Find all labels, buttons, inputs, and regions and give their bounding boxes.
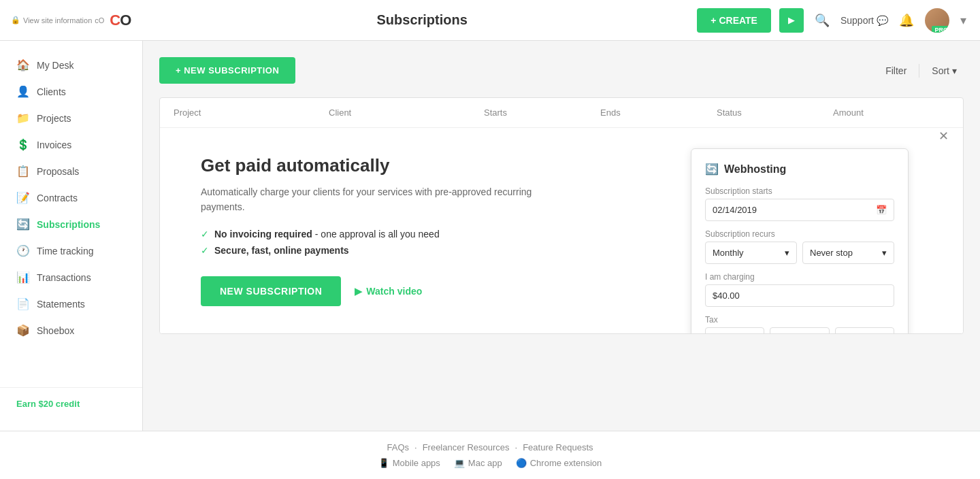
tax-field: Tax Sales tax 10.00% $4.00 bbox=[705, 315, 894, 334]
chevron-down-icon: ▾ bbox=[785, 248, 789, 258]
page-title: Subscriptions bbox=[147, 12, 697, 28]
topnav-right: + CREATE ▶ 🔍 Support 💬 🔔 PRO ▾ bbox=[697, 8, 969, 33]
support-button[interactable]: Support 💬 bbox=[840, 15, 888, 26]
footer-app-chrome-extension[interactable]: 🔵Chrome extension bbox=[516, 458, 602, 468]
table-header-status: Status bbox=[717, 108, 833, 118]
chevron-down-icon: ▾ bbox=[882, 248, 887, 258]
table-header-project: Project bbox=[174, 108, 329, 118]
new-subscription-button[interactable]: + NEW SUBSCRIPTION bbox=[159, 57, 295, 84]
check-icon: ✓ bbox=[201, 245, 209, 256]
subscription-recurs-field: Subscription recurs Monthly ▾ Never stop… bbox=[705, 229, 894, 264]
recurs-stop-select[interactable]: Never stop ▾ bbox=[802, 242, 894, 264]
chat-icon: 💬 bbox=[877, 15, 888, 26]
footer-link-1: · bbox=[414, 442, 417, 452]
tax-row: Sales tax 10.00% $4.00 bbox=[705, 327, 894, 334]
chevron-down-icon: ▾ bbox=[952, 65, 957, 76]
subscription-starts-input[interactable]: 02/14/2019 📅 bbox=[705, 199, 894, 221]
transactions-icon: 📊 bbox=[16, 271, 29, 284]
site-info-label: View site information bbox=[23, 16, 92, 24]
avatar[interactable]: PRO bbox=[925, 8, 949, 33]
promo-area: Get paid automatically Automatically cha… bbox=[160, 128, 963, 333]
sort-button[interactable]: Sort ▾ bbox=[925, 61, 964, 80]
clients-icon: 👤 bbox=[16, 85, 29, 98]
recurs-row: Monthly ▾ Never stop ▾ bbox=[705, 242, 894, 264]
table-header-starts: Starts bbox=[484, 108, 600, 118]
chevron-down-icon[interactable]: ▾ bbox=[958, 10, 969, 31]
sub-card-header: 🔄 Webhosting bbox=[705, 163, 894, 176]
lock-icon: 🔒 bbox=[11, 16, 20, 24]
tax-amount-input[interactable]: $4.00 bbox=[835, 327, 894, 334]
app-icon: 💻 bbox=[454, 458, 465, 468]
create-button[interactable]: + CREATE bbox=[697, 8, 771, 33]
calendar-icon: 📅 bbox=[876, 205, 887, 215]
promo-features: ✓No invoicing required - one approval is… bbox=[201, 229, 541, 256]
sidebar-item-my-desk[interactable]: 🏠My Desk bbox=[0, 52, 142, 78]
search-button[interactable]: 🔍 bbox=[812, 10, 832, 31]
refresh-icon: 🔄 bbox=[705, 163, 719, 176]
content-area: + NEW SUBSCRIPTION Filter Sort ▾ Project… bbox=[143, 41, 980, 431]
table-header-ends: Ends bbox=[600, 108, 717, 118]
subscription-starts-field: Subscription starts 02/14/2019 📅 bbox=[705, 186, 894, 221]
play-button[interactable]: ▶ bbox=[779, 8, 804, 33]
promo-description: Automatically charge your clients for yo… bbox=[201, 184, 541, 215]
recurs-monthly-select[interactable]: Monthly ▾ bbox=[705, 242, 797, 264]
sub-card-title: Webhosting bbox=[724, 163, 786, 176]
pro-badge: PRO bbox=[932, 26, 949, 33]
footer-link-0[interactable]: FAQs bbox=[387, 442, 410, 452]
main-layout: 🏠My Desk👤Clients📁Projects💲Invoices📋Propo… bbox=[0, 41, 980, 431]
play-icon: ▶ bbox=[355, 286, 362, 297]
table-header-amount: Amount bbox=[833, 108, 949, 118]
footer-app-mobile-apps[interactable]: 📱Mobile apps bbox=[378, 458, 440, 468]
footer-apps: 📱Mobile apps💻Mac app🔵Chrome extension bbox=[11, 458, 969, 468]
tax-type-input[interactable]: Sales tax bbox=[705, 327, 764, 334]
sidebar-item-statements[interactable]: 📄Statements bbox=[0, 291, 142, 317]
charging-field: I am charging $40.00 bbox=[705, 272, 894, 307]
subscriptions-icon: 🔄 bbox=[16, 218, 29, 231]
footer-link-4[interactable]: Feature Requests bbox=[523, 442, 593, 452]
watch-video-button[interactable]: ▶ Watch video bbox=[355, 286, 422, 297]
new-subscription-promo-button[interactable]: NEW SUBSCRIPTION bbox=[201, 276, 341, 306]
footer-links: FAQs·Freelancer Resources·Feature Reques… bbox=[11, 442, 969, 452]
close-preview-button[interactable]: ✕ bbox=[938, 129, 949, 144]
sidebar: 🏠My Desk👤Clients📁Projects💲Invoices📋Propo… bbox=[0, 41, 143, 431]
time-tracking-icon: 🕐 bbox=[16, 244, 29, 257]
sidebar-item-invoices[interactable]: 💲Invoices bbox=[0, 131, 142, 158]
site-info[interactable]: 🔒 View site information cO bbox=[11, 16, 104, 24]
content-topbar: + NEW SUBSCRIPTION Filter Sort ▾ bbox=[159, 57, 964, 84]
sidebar-item-proposals[interactable]: 📋Proposals bbox=[0, 158, 142, 184]
charging-input[interactable]: $40.00 bbox=[705, 284, 894, 307]
my-desk-icon: 🏠 bbox=[16, 59, 29, 71]
table-header: ProjectClientStartsEndsStatusAmount bbox=[160, 98, 963, 128]
promo-feature-item: ✓No invoicing required - one approval is… bbox=[201, 229, 541, 240]
app-logo: CO bbox=[110, 12, 131, 29]
check-icon: ✓ bbox=[201, 229, 209, 240]
app-icon: 📱 bbox=[378, 458, 389, 468]
footer-link-2[interactable]: Freelancer Resources bbox=[423, 442, 510, 452]
divider bbox=[919, 64, 919, 78]
footer-app-mac-app[interactable]: 💻Mac app bbox=[454, 458, 502, 468]
sidebar-item-shoebox[interactable]: 📦Shoebox bbox=[0, 317, 142, 344]
promo-title: Get paid automatically bbox=[201, 155, 541, 176]
projects-icon: 📁 bbox=[16, 112, 29, 125]
sidebar-item-contracts[interactable]: 📝Contracts bbox=[0, 184, 142, 211]
subscription-card-preview: ✕ 🔄 Webhosting Subscription starts 02/14… bbox=[691, 148, 909, 334]
promo-content: Get paid automatically Automatically cha… bbox=[201, 155, 541, 306]
sidebar-item-clients[interactable]: 👤Clients bbox=[0, 78, 142, 105]
footer: FAQs·Freelancer Resources·Feature Reques… bbox=[0, 431, 980, 479]
sidebar-item-time-tracking[interactable]: 🕐Time tracking bbox=[0, 237, 142, 264]
sidebar-item-projects[interactable]: 📁Projects bbox=[0, 105, 142, 131]
sidebar-item-transactions[interactable]: 📊Transactions bbox=[0, 264, 142, 291]
earn-credit[interactable]: Earn $20 credit bbox=[16, 399, 126, 409]
filter-sort-bar: Filter Sort ▾ bbox=[879, 61, 964, 80]
filter-button[interactable]: Filter bbox=[879, 61, 913, 80]
statements-icon: 📄 bbox=[16, 297, 29, 310]
promo-actions: NEW SUBSCRIPTION ▶ Watch video bbox=[201, 276, 541, 306]
subscriptions-table: ProjectClientStartsEndsStatusAmount Get … bbox=[159, 97, 964, 334]
tax-percent-input[interactable]: 10.00% bbox=[770, 327, 829, 334]
footer-link-3: · bbox=[515, 442, 518, 452]
topnav: 🔒 View site information cO CO Subscripti… bbox=[0, 0, 980, 41]
notifications-button[interactable]: 🔔 bbox=[896, 10, 917, 31]
sidebar-item-subscriptions[interactable]: 🔄Subscriptions bbox=[0, 211, 142, 237]
shoebox-icon: 📦 bbox=[16, 324, 29, 337]
contracts-icon: 📝 bbox=[16, 191, 29, 204]
